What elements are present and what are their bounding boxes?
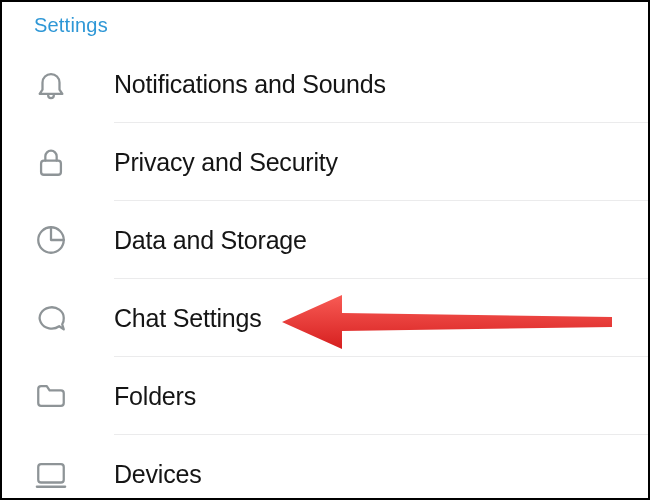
settings-item-label: Privacy and Security	[114, 148, 338, 177]
settings-item-notifications[interactable]: Notifications and Sounds	[2, 45, 648, 123]
settings-item-label: Folders	[114, 382, 196, 411]
pie-icon	[34, 223, 68, 257]
settings-item-label: Devices	[114, 460, 202, 489]
device-icon	[34, 457, 68, 491]
settings-item-label: Chat Settings	[114, 304, 262, 333]
settings-list: Notifications and Sounds Privacy and Sec…	[2, 45, 648, 500]
settings-item-label: Data and Storage	[114, 226, 307, 255]
folder-icon	[34, 379, 68, 413]
lock-icon	[34, 145, 68, 179]
svg-rect-2	[38, 464, 64, 482]
settings-item-folders[interactable]: Folders	[2, 357, 648, 435]
settings-item-chat[interactable]: Chat Settings	[2, 279, 648, 357]
section-header: Settings	[2, 2, 648, 45]
chat-icon	[34, 301, 68, 335]
settings-screen: Settings Notifications and Sounds Privac…	[0, 0, 650, 500]
settings-item-privacy[interactable]: Privacy and Security	[2, 123, 648, 201]
svg-rect-0	[41, 161, 61, 175]
bell-icon	[34, 67, 68, 101]
settings-item-devices[interactable]: Devices	[2, 435, 648, 500]
settings-item-data[interactable]: Data and Storage	[2, 201, 648, 279]
settings-item-label: Notifications and Sounds	[114, 70, 386, 99]
